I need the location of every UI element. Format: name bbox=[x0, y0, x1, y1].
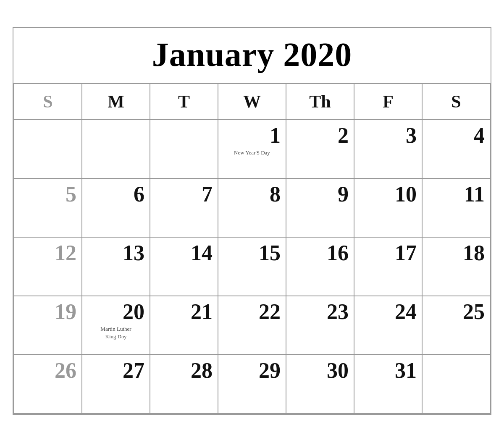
day-number: 6 bbox=[87, 182, 144, 206]
day-cell: 21 bbox=[150, 296, 218, 355]
day-number: 7 bbox=[155, 182, 213, 206]
day-cell: 4 bbox=[423, 120, 491, 179]
day-number: 19 bbox=[19, 300, 76, 324]
day-cell: 11 bbox=[423, 179, 491, 238]
day-cell: 26 bbox=[14, 355, 82, 414]
day-number: 8 bbox=[223, 182, 281, 206]
day-number: 1 bbox=[223, 123, 281, 147]
day-number: 5 bbox=[19, 182, 76, 206]
day-number: 23 bbox=[291, 300, 349, 324]
day-cell: 29 bbox=[218, 355, 286, 414]
day-header-th: Th bbox=[286, 84, 354, 120]
day-cell: 1New Year'S Day bbox=[218, 120, 286, 179]
day-cell: 14 bbox=[150, 238, 218, 296]
day-cell: 13 bbox=[82, 238, 150, 296]
day-cell: 10 bbox=[354, 179, 423, 238]
day-number: 30 bbox=[291, 358, 349, 382]
day-number: 13 bbox=[87, 241, 144, 265]
day-header-s: S bbox=[14, 84, 82, 120]
day-number: 14 bbox=[155, 241, 213, 265]
day-cell bbox=[14, 120, 82, 179]
day-cell bbox=[423, 355, 491, 414]
day-number: 3 bbox=[360, 123, 417, 147]
day-cell: 9 bbox=[286, 179, 354, 238]
day-cell: 23 bbox=[286, 296, 354, 355]
day-number: 15 bbox=[223, 241, 281, 265]
day-number: 10 bbox=[360, 182, 417, 206]
day-cell: 17 bbox=[354, 238, 423, 296]
day-cell: 5 bbox=[14, 179, 82, 238]
day-cell: 24 bbox=[354, 296, 423, 355]
day-number: 11 bbox=[428, 182, 485, 206]
day-number: 16 bbox=[291, 241, 349, 265]
day-cell: 15 bbox=[218, 238, 286, 296]
day-cell: 30 bbox=[286, 355, 354, 414]
day-number: 4 bbox=[428, 123, 485, 147]
day-header-f: F bbox=[354, 84, 423, 120]
day-cell: 2 bbox=[286, 120, 354, 179]
day-number: 26 bbox=[19, 358, 76, 382]
day-cell: 27 bbox=[82, 355, 150, 414]
calendar-title: January 2020 bbox=[13, 28, 491, 84]
day-note: New Year'S Day bbox=[223, 149, 281, 157]
day-cell: 19 bbox=[14, 296, 82, 355]
day-number: 18 bbox=[428, 241, 485, 265]
day-number: 27 bbox=[87, 358, 144, 382]
day-number: 9 bbox=[291, 182, 349, 206]
day-number: 20 bbox=[87, 300, 144, 324]
day-cell: 31 bbox=[354, 355, 423, 414]
day-number: 29 bbox=[223, 358, 281, 382]
day-cell: 22 bbox=[218, 296, 286, 355]
calendar: January 2020 SMTWThFS1New Year'S Day2345… bbox=[13, 27, 491, 415]
day-cell: 8 bbox=[218, 179, 286, 238]
day-number: 24 bbox=[360, 300, 417, 324]
day-cell bbox=[150, 120, 218, 179]
day-cell: 20Martin LutherKing Day bbox=[82, 296, 150, 355]
day-number: 17 bbox=[360, 241, 417, 265]
day-cell: 12 bbox=[14, 238, 82, 296]
day-cell: 25 bbox=[423, 296, 491, 355]
day-cell: 7 bbox=[150, 179, 218, 238]
day-number: 25 bbox=[428, 300, 485, 324]
day-header-s: S bbox=[423, 84, 491, 120]
day-number: 28 bbox=[155, 358, 213, 382]
calendar-grid: SMTWThFS1New Year'S Day23456789101112131… bbox=[13, 84, 491, 414]
day-cell bbox=[82, 120, 150, 179]
day-cell: 16 bbox=[286, 238, 354, 296]
day-number: 31 bbox=[360, 358, 417, 382]
day-cell: 18 bbox=[423, 238, 491, 296]
day-cell: 3 bbox=[354, 120, 423, 179]
day-cell: 28 bbox=[150, 355, 218, 414]
day-header-m: M bbox=[82, 84, 150, 120]
day-number: 2 bbox=[291, 123, 349, 147]
day-note: Martin LutherKing Day bbox=[87, 325, 144, 340]
day-number: 12 bbox=[19, 241, 76, 265]
day-header-w: W bbox=[218, 84, 286, 120]
day-number: 22 bbox=[223, 300, 281, 324]
day-header-t: T bbox=[150, 84, 218, 120]
day-cell: 6 bbox=[82, 179, 150, 238]
day-number: 21 bbox=[155, 300, 213, 324]
